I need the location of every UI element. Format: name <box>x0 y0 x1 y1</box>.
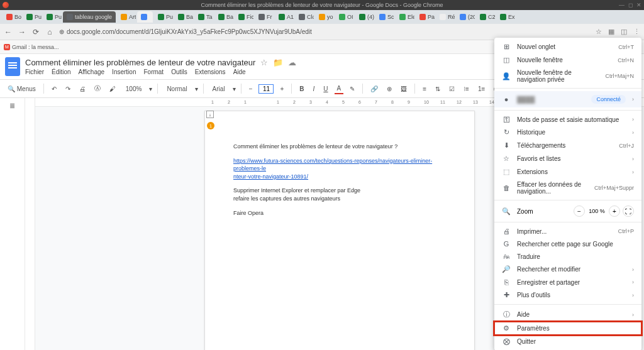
document-title[interactable]: Comment éliminer les problèmes de lenteu… <box>25 58 255 67</box>
zoom-in-button[interactable]: + <box>609 205 620 217</box>
install-icon[interactable]: ◫ <box>621 28 627 36</box>
decrease-font-button[interactable]: − <box>247 84 255 94</box>
docs-menu-item[interactable]: Outils <box>171 68 187 75</box>
redo-button[interactable]: ↷ <box>63 84 73 94</box>
browser-tab[interactable]: (20) <box>456 11 475 23</box>
browser-tab[interactable]: Ta <box>194 11 213 23</box>
menu-favorites[interactable]: ☆ Favoris et listes › <box>494 152 641 165</box>
browser-tab[interactable]: (4) <box>355 11 374 23</box>
browser-tab[interactable]: Clo <box>295 11 314 23</box>
browser-tab[interactable]: Ba <box>174 11 193 23</box>
menu-incognito[interactable]: 👤 Nouvelle fenêtre de navigation privée … <box>494 67 641 85</box>
align-button[interactable]: ≡ <box>420 84 429 94</box>
kebab-more-icon[interactable]: ⋮ <box>633 28 640 36</box>
insert-link-button[interactable]: 🔗 <box>368 84 380 94</box>
google-docs-icon[interactable] <box>5 57 20 76</box>
margin-marker[interactable]: ↓ <box>206 111 214 118</box>
menu-help[interactable]: ⓘ Aide › <box>494 307 641 322</box>
increase-font-button[interactable]: + <box>277 84 286 94</box>
menu-profile[interactable]: ● ████ Connecté › <box>494 91 641 107</box>
menu-more-tools[interactable]: ✚ Plus d'outils › <box>494 288 641 302</box>
menu-quit[interactable]: ⨂ Quitter <box>494 335 641 348</box>
numbered-list-button[interactable]: 1≡ <box>475 84 487 94</box>
document-page[interactable]: Comment éliminer les problèmes de lenteu… <box>204 111 475 350</box>
docs-menu-item[interactable]: Format <box>143 68 164 75</box>
browser-tab[interactable]: C2 <box>476 11 495 23</box>
minimize-icon[interactable]: — <box>619 2 625 8</box>
browser-tab[interactable]: Sc <box>375 11 394 23</box>
line-spacing-button[interactable]: ⇅ <box>433 84 443 94</box>
reload-button[interactable]: ⟳ <box>31 28 40 36</box>
docs-menu-item[interactable]: Extensions <box>195 68 226 75</box>
spellcheck-button[interactable]: Ⓐ <box>92 83 103 94</box>
bookmark-gmail[interactable]: M Gmail : la messa... <box>4 44 59 50</box>
browser-tab[interactable]: Ele <box>396 11 414 23</box>
outline-icon[interactable]: ≣ <box>9 102 15 109</box>
bold-button[interactable]: B <box>297 84 306 94</box>
text-color-button[interactable]: A <box>335 84 344 94</box>
docs-menu-item[interactable]: Insertion <box>112 68 136 75</box>
menu-history[interactable]: ↻ Historique › <box>494 126 641 139</box>
menu-new-window[interactable]: ◫ Nouvelle fenêtre Ctrl+N <box>494 53 641 67</box>
docs-menu-item[interactable]: Édition <box>52 68 71 75</box>
browser-tab[interactable]: Pu <box>23 11 42 23</box>
docs-menu-item[interactable]: Fichier <box>25 68 44 75</box>
browser-tab[interactable] <box>137 11 153 23</box>
zoom-out-button[interactable]: − <box>574 205 585 217</box>
star-doc-icon[interactable]: ☆ <box>260 58 268 67</box>
edit-badge[interactable]: 1 <box>207 122 214 129</box>
menu-new-tab[interactable]: ⊞ Nouvel onglet Ctrl+T <box>494 40 641 53</box>
font-size-input[interactable] <box>258 84 274 94</box>
browser-tab[interactable]: Ex <box>496 11 515 23</box>
browser-tab[interactable]: Bo <box>3 11 21 23</box>
browser-tab[interactable]: Ré <box>436 11 455 23</box>
bulleted-list-button[interactable]: ⁝≡ <box>461 84 472 94</box>
menu-settings[interactable]: ⚙ Paramètres <box>494 322 641 335</box>
browser-tab[interactable]: A1 <box>275 11 294 23</box>
fullscreen-button[interactable]: ⛶ <box>623 205 634 217</box>
browser-tab[interactable]: Fr <box>255 11 274 23</box>
font-select[interactable]: Arial <box>209 84 229 94</box>
forward-button[interactable]: → <box>18 28 26 36</box>
docs-menu-item[interactable]: Aide <box>233 68 246 75</box>
highlight-button[interactable]: ✎ <box>347 84 357 94</box>
browser-tab[interactable]: tableau google <box>63 11 116 23</box>
browser-tab[interactable]: Pu <box>154 11 173 23</box>
menu-downloads[interactable]: ⬇ Téléchargements Ctrl+J <box>494 139 641 152</box>
maximize-icon[interactable]: ◻ <box>628 2 633 8</box>
url-field[interactable]: ⊕ docs.google.com/document/d/1GljuiKXrAk… <box>59 28 591 35</box>
style-select[interactable]: Normal <box>163 84 191 94</box>
doc-link[interactable]: https://www.futura-sciences.com/tech/que… <box>233 158 432 180</box>
star-icon[interactable]: ☆ <box>596 28 602 36</box>
docs-menu-item[interactable]: Affichage <box>79 68 105 75</box>
menu-extensions[interactable]: ⬚ Extensions › <box>494 165 641 178</box>
browser-tab[interactable]: OI <box>335 11 354 23</box>
move-icon[interactable]: 📁 <box>273 58 283 67</box>
menu-save-share[interactable]: ⎘ Enregistrer et partager › <box>494 276 641 288</box>
paint-format-button[interactable]: 🖌 <box>107 84 118 94</box>
menu-google-search[interactable]: G Rechercher cette page sur Google <box>494 238 641 250</box>
menu-clear-data[interactable]: 🗑 Effacer les données de navigation... C… <box>494 178 641 197</box>
browser-tab[interactable]: Pu <box>43 11 62 23</box>
italic-button[interactable]: I <box>311 84 318 94</box>
menu-translate[interactable]: 🗛 Traduire <box>494 250 641 263</box>
browser-tab[interactable]: yo <box>315 11 334 23</box>
browser-tab[interactable]: Pa <box>416 11 435 23</box>
back-button[interactable]: ← <box>4 28 13 36</box>
browser-tab[interactable]: Ba <box>214 11 233 23</box>
home-button[interactable]: ⌂ <box>45 28 54 36</box>
insert-image-button[interactable]: 🖼 <box>398 84 409 94</box>
underline-button[interactable]: U <box>321 84 330 94</box>
browser-tab[interactable]: Art <box>117 11 136 23</box>
apps-icon[interactable]: ▦ <box>608 28 614 36</box>
print-button[interactable]: 🖨 <box>77 84 88 94</box>
menu-print[interactable]: 🖨 Imprimer... Ctrl+P <box>494 225 641 238</box>
search-menus-button[interactable]: 🔍 Menus <box>5 84 38 94</box>
close-icon[interactable]: ✕ <box>636 2 641 8</box>
browser-tab[interactable]: Fic <box>235 11 253 23</box>
menu-passwords[interactable]: ⚿ Mots de passe et saisie automatique › <box>494 113 641 126</box>
undo-button[interactable]: ↶ <box>49 84 59 94</box>
zoom-select[interactable]: 100% <box>122 84 146 94</box>
insert-comment-button[interactable]: ⊕ <box>384 84 394 94</box>
checklist-button[interactable]: ☑ <box>447 84 457 94</box>
